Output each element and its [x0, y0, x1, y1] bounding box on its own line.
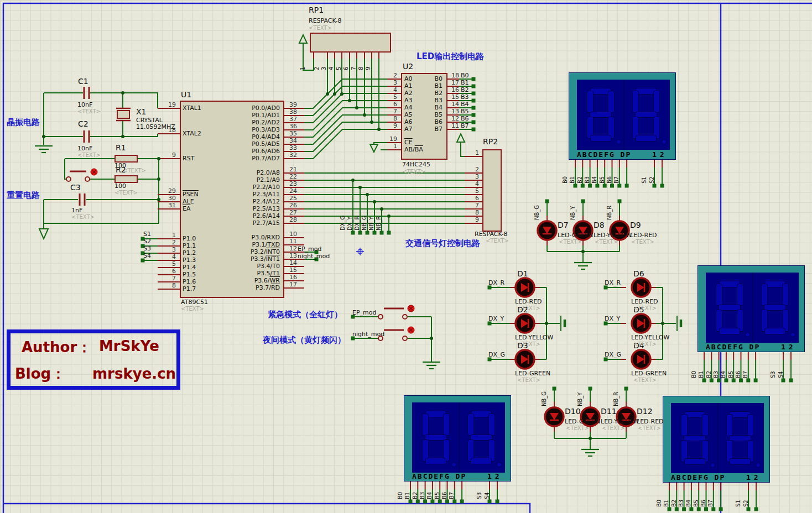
- net-label: B4: [461, 101, 469, 108]
- pin-number: 31: [156, 202, 176, 209]
- pin-name: P0.3/AD3: [209, 126, 280, 133]
- pin-name: P0.0/AD0: [209, 104, 280, 112]
- pin-number: 2: [378, 72, 397, 79]
- junction-dot: [351, 179, 355, 182]
- net-label: B5: [693, 500, 700, 507]
- net-label-ep-mod-pin: EP_mod: [298, 245, 322, 253]
- u1-text: <TEXT>: [181, 306, 204, 312]
- net-terminal: [704, 507, 708, 511]
- rp2-text: <TEXT>: [486, 238, 509, 244]
- caption-night-mode: 夜间模式（黄灯频闪）: [263, 335, 346, 346]
- segment: [471, 458, 492, 464]
- pin-number: 9: [156, 151, 176, 159]
- pin-number: 15: [441, 93, 459, 101]
- net-label: B4: [426, 492, 433, 499]
- led-part: LED-YELLOW: [515, 334, 553, 341]
- pin-name: P0.7/AD7: [209, 155, 280, 162]
- net-label: B7: [742, 371, 749, 378]
- segment: [608, 91, 615, 113]
- pin-number: 4: [461, 180, 479, 187]
- pin-name: P1.6: [183, 278, 196, 285]
- net-label: B7: [707, 500, 714, 507]
- led-D2: [516, 314, 534, 333]
- net-terminal: [754, 379, 758, 383]
- ground-arrow-icon: [39, 229, 48, 239]
- net-terminal: [624, 387, 628, 391]
- rp1-part: RESPACK-8: [309, 17, 342, 24]
- net-label: B5: [728, 371, 735, 378]
- pin-number: 7: [156, 275, 176, 282]
- net-label: NB_G: [361, 216, 368, 231]
- net-terminal: [438, 500, 442, 504]
- pin-number: 8: [461, 209, 479, 216]
- led-D5: [632, 314, 650, 333]
- wire: [90, 93, 158, 108]
- net-terminal: [595, 184, 599, 188]
- net-label: S3: [143, 245, 151, 252]
- pin-number: 1: [156, 232, 176, 239]
- net-terminal: [366, 231, 369, 235]
- pin-name: RST: [183, 155, 194, 162]
- rp1-text: <TEXT>: [309, 25, 332, 31]
- pin-name: P1.2: [183, 249, 196, 256]
- pin-number: 5: [336, 67, 342, 70]
- u2-text: <TEXT>: [402, 169, 425, 175]
- pin-number: 13: [441, 108, 459, 115]
- segment: [632, 91, 639, 113]
- segment: [782, 284, 789, 306]
- net-label: S1: [735, 500, 742, 507]
- pin-number: 35: [278, 130, 297, 137]
- net-label: B6: [461, 115, 469, 122]
- net-label: B3: [461, 93, 469, 101]
- pin-number: 34: [278, 137, 297, 144]
- pin-number: 5: [156, 260, 176, 268]
- led-ref: D9: [630, 221, 641, 229]
- led-text: <TEXT>: [638, 425, 661, 431]
- net-terminal: [711, 507, 715, 511]
- net-label: S2: [743, 500, 749, 507]
- c2-ref: C2: [78, 119, 89, 128]
- net-label: B4: [720, 371, 727, 378]
- junction-dot: [121, 135, 124, 138]
- net-label: DX_R: [354, 216, 361, 231]
- digit-divider: [623, 80, 624, 150]
- net-terminal: [739, 379, 743, 383]
- net-terminal: [430, 500, 434, 504]
- led-D4: [632, 350, 650, 369]
- pin-name: P1.4: [183, 264, 196, 271]
- net-label: B1: [404, 492, 411, 499]
- led-D10: [545, 407, 564, 426]
- display-digit-label: 12: [487, 472, 503, 480]
- pin-number: 15: [278, 266, 297, 274]
- pin-name: B4: [408, 104, 443, 111]
- pin-name: P2.0/A8: [209, 169, 280, 176]
- respack-rp2-body: [482, 149, 502, 232]
- net-terminal: [472, 77, 476, 81]
- pin-name: XTAL1: [183, 104, 201, 112]
- pin-number: 2: [156, 239, 176, 246]
- net-label: B2: [461, 86, 469, 93]
- pin-number: 1: [300, 67, 306, 70]
- pin-name: P3.0/RXD: [209, 234, 280, 241]
- net-label: DX_Y: [605, 315, 620, 322]
- net-terminal: [581, 200, 585, 203]
- pin-number: 5: [461, 187, 479, 195]
- blog-label: Blog：: [15, 364, 65, 384]
- schematic-canvas: 晶振电路 重置电路 LED输出控制电路 交通信号灯控制电路 紧急模式（全红灯） …: [0, 0, 812, 513]
- segment: [684, 458, 705, 465]
- decimal-point: [616, 139, 621, 144]
- net-label: B1: [698, 371, 705, 378]
- net-label: S2: [649, 176, 655, 184]
- net-terminal: [618, 200, 622, 203]
- net-label: B3: [419, 492, 426, 499]
- pin-number: 7: [461, 202, 479, 209]
- pin-number: 12: [441, 115, 459, 122]
- segment: [730, 458, 751, 465]
- r1-text: <TEXT>: [123, 167, 146, 174]
- led-ref: D6: [633, 269, 644, 278]
- pin-number: 8: [378, 115, 397, 122]
- decimal-point: [451, 462, 456, 467]
- pin-name: AB/BA: [404, 146, 423, 153]
- net-terminal: [747, 507, 751, 511]
- led-D6: [632, 278, 650, 297]
